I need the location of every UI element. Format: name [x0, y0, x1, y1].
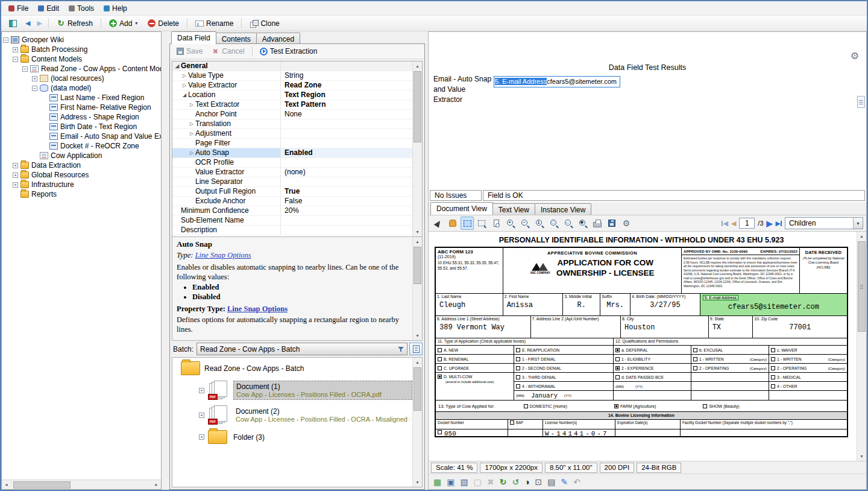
- zoom-rect-icon[interactable]: [475, 217, 488, 230]
- image-settings-icon[interactable]: [620, 217, 633, 230]
- expand-icon[interactable]: +: [199, 413, 204, 418]
- closed-expander-icon[interactable]: ▷: [181, 81, 188, 90]
- tree-item[interactable]: +Infrastructure: [2, 180, 161, 189]
- property-row[interactable]: Value Extractor(none): [172, 168, 412, 177]
- property-row[interactable]: Line Separator: [172, 177, 412, 187]
- refresh-button[interactable]: Refresh: [52, 17, 97, 30]
- batch-item[interactable]: +Folder (3): [199, 430, 412, 444]
- scroll-left-icon[interactable]: ◂: [2, 480, 11, 489]
- scroll-right-icon[interactable]: ▸: [152, 480, 161, 489]
- tree-hscrollbar[interactable]: ◂ ▸: [2, 480, 161, 489]
- property-row[interactable]: Description: [172, 226, 412, 235]
- delete-button[interactable]: Delete: [143, 17, 183, 30]
- splitter-grip[interactable]: [857, 96, 865, 108]
- property-row[interactable]: OCR Profile: [172, 158, 412, 168]
- property-row[interactable]: Output Full RegionTrue: [172, 187, 412, 197]
- scroll-up-icon[interactable]: ▴: [413, 62, 422, 71]
- closed-expander-icon[interactable]: ▷: [188, 129, 195, 138]
- property-row[interactable]: ◢LocationText Region: [172, 90, 412, 100]
- zoom-in-icon[interactable]: +: [504, 217, 517, 230]
- splitter-left[interactable]: [162, 31, 169, 490]
- open-batch-button[interactable]: [409, 343, 423, 355]
- menu-item-tools[interactable]: Tools: [64, 2, 99, 14]
- tab-contents[interactable]: Contents: [216, 33, 257, 44]
- zoom-dynamic-icon[interactable]: ✱: [576, 217, 590, 230]
- batch-item[interactable]: +PDFDocument (1)Cow App - Licenses - Pos…: [199, 381, 412, 400]
- select-pointer-icon[interactable]: [432, 217, 445, 230]
- tree-item[interactable]: First Name- Relative Region: [2, 103, 161, 112]
- scroll-up-icon[interactable]: ▴: [413, 237, 422, 246]
- help-ptype-link[interactable]: Line Snap Options: [227, 305, 288, 313]
- scroll-down-icon[interactable]: ▾: [413, 227, 422, 236]
- export-icon[interactable]: [605, 217, 618, 230]
- rotate-page-icon[interactable]: [500, 478, 507, 486]
- snap-region-icon[interactable]: [461, 217, 474, 230]
- batch-scrollbar[interactable]: ▴ ▾: [412, 358, 422, 487]
- field-value-input[interactable]: 5. E-mail Addresscfears5@sitemeter.com: [494, 76, 620, 87]
- tree-item[interactable]: Docket # - ReOCR Zone: [2, 141, 161, 151]
- property-row[interactable]: ▷Translation: [172, 119, 412, 129]
- tree-item[interactable]: −Read Zone - Cow Apps - Content Model: [2, 64, 161, 74]
- prev-page-button[interactable]: ◀: [731, 220, 736, 227]
- plus-expander-icon[interactable]: +: [13, 173, 18, 178]
- batch-item[interactable]: +PDFDocument (2)Cow App - Licensee - Pos…: [199, 405, 412, 425]
- forward-button[interactable]: ▶: [34, 18, 44, 28]
- tab-text-view[interactable]: Text View: [492, 203, 535, 215]
- tree-item[interactable]: +Batch Processing: [2, 45, 161, 54]
- tree-item[interactable]: Birth Date - Text Region: [2, 122, 161, 131]
- scrollbar-thumb[interactable]: [13, 481, 71, 489]
- clone-button[interactable]: Clone: [245, 17, 283, 30]
- minus-expander-icon[interactable]: −: [32, 86, 37, 91]
- view-mode-select[interactable]: Children ▼: [785, 217, 863, 229]
- scroll-down-icon[interactable]: ▾: [413, 478, 422, 487]
- print-icon[interactable]: [591, 217, 604, 230]
- tree-item[interactable]: Cow Application: [2, 151, 161, 160]
- scroll-up-icon[interactable]: ▴: [857, 232, 866, 241]
- thumbnails-icon[interactable]: [433, 478, 441, 486]
- property-row[interactable]: ▷Auto SnapEnabled: [172, 148, 412, 158]
- plus-expander-icon[interactable]: +: [13, 182, 18, 188]
- open-expander-icon[interactable]: ◢: [174, 62, 181, 71]
- advanced-settings-icon[interactable]: ⚙: [851, 50, 859, 62]
- test-extraction-button[interactable]: Test Extraction: [257, 46, 321, 57]
- plus-expander-icon[interactable]: +: [13, 47, 18, 52]
- tab-instance-view[interactable]: Instance View: [535, 203, 592, 215]
- page-list-icon[interactable]: [547, 478, 555, 486]
- property-row[interactable]: Exclude AnchorFalse: [172, 197, 412, 206]
- zoom-fit-width-icon[interactable]: ↔: [562, 217, 575, 230]
- extract-region-icon[interactable]: [460, 478, 468, 486]
- help-scrollbar[interactable]: ▴ ▾: [412, 237, 422, 340]
- undo-icon[interactable]: [573, 478, 580, 486]
- page-number-input[interactable]: 1: [739, 218, 755, 229]
- tab-advanced[interactable]: Advanced: [256, 33, 300, 44]
- property-grid-scrollbar[interactable]: ▴ ▾: [412, 62, 422, 236]
- batch-selector[interactable]: Read Zone - Cow Apps - Batch: [197, 343, 407, 355]
- crop-icon[interactable]: [535, 478, 542, 486]
- tree-item[interactable]: Reports: [2, 189, 161, 199]
- scrollbar-thumb[interactable]: [414, 367, 421, 411]
- tree-item[interactable]: −Content Models: [2, 54, 161, 64]
- expand-icon[interactable]: +: [199, 388, 204, 393]
- property-row[interactable]: ▷Value TypeString: [172, 71, 412, 81]
- back-button[interactable]: ◀: [23, 18, 33, 28]
- zoom-fit-page-icon[interactable]: □: [547, 217, 561, 230]
- document-scrollbar[interactable]: ▴ ▾: [857, 232, 866, 461]
- scrollbar-thumb[interactable]: [414, 247, 421, 284]
- scroll-down-icon[interactable]: ▾: [857, 452, 866, 461]
- property-row[interactable]: ▷Text ExtractorText Pattern: [172, 100, 412, 110]
- zoom-100-icon[interactable]: 1: [533, 217, 546, 230]
- open-expander-icon[interactable]: ◢: [181, 90, 188, 100]
- plus-expander-icon[interactable]: +: [32, 76, 37, 81]
- minus-expander-icon[interactable]: −: [3, 37, 8, 43]
- first-page-button[interactable]: ◀: [722, 220, 728, 227]
- tree-item[interactable]: Email - Auto Snap and Value Extractor: [2, 131, 161, 141]
- property-row[interactable]: Sub-Element Name: [172, 216, 412, 226]
- menu-item-file[interactable]: File: [4, 2, 33, 14]
- property-row[interactable]: ▷Value ExtractorRead Zone: [172, 81, 412, 90]
- property-row[interactable]: ▷Adjustment: [172, 129, 412, 139]
- scrollbar-thumb[interactable]: [414, 71, 421, 142]
- tree-item[interactable]: −Grooper Wiki: [2, 35, 161, 45]
- property-row[interactable]: Minimum Confidence20%: [172, 206, 412, 216]
- plus-expander-icon[interactable]: +: [13, 163, 18, 168]
- pan-hand-icon[interactable]: [446, 217, 459, 230]
